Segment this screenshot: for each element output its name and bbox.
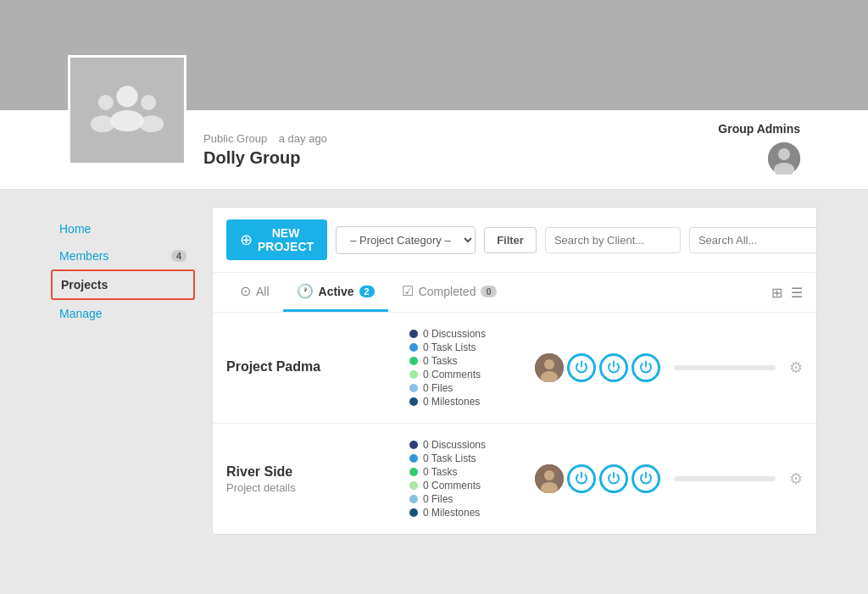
sidebar-item-manage[interactable]: Manage bbox=[51, 300, 195, 327]
dot-files bbox=[409, 384, 418, 392]
project-members-padma bbox=[535, 353, 660, 382]
dot-tasks-r bbox=[409, 468, 418, 476]
group-meta: Public Group a day ago bbox=[203, 132, 336, 145]
svg-point-7 bbox=[778, 148, 790, 160]
dot-discussions-r bbox=[409, 441, 418, 449]
group-info: Public Group a day ago Dolly Group bbox=[203, 120, 336, 180]
stat-label-tasks: 0 Tasks bbox=[423, 355, 457, 367]
active-badge: 2 bbox=[359, 286, 375, 297]
sidebar-item-projects[interactable]: Projects bbox=[51, 269, 195, 300]
project-stats-padma: 0 Discussions 0 Task Lists 0 Tasks bbox=[409, 328, 521, 408]
stat-tasklists: 0 Task Lists bbox=[409, 341, 521, 353]
tab-all[interactable]: ⊙ All bbox=[226, 273, 283, 312]
grid-view-icon[interactable]: ⊞ bbox=[771, 285, 782, 301]
dot-tasklists-r bbox=[409, 454, 418, 463]
group-name: Dolly Group bbox=[203, 148, 336, 168]
category-filter-select[interactable]: – Project Category – bbox=[336, 226, 476, 254]
project-main-padma: Project Padma bbox=[226, 359, 396, 376]
project-progress-padma bbox=[674, 365, 776, 370]
tab-active-label: Active bbox=[319, 285, 354, 298]
project-title-padma: Project Padma bbox=[226, 359, 396, 375]
sidebar-label-members: Members bbox=[59, 249, 108, 263]
dot-milestones-r bbox=[409, 508, 418, 517]
svg-point-4 bbox=[141, 95, 156, 110]
completed-badge: 0 bbox=[481, 286, 496, 297]
stat-tasks-r: 0 Tasks bbox=[409, 466, 521, 478]
search-client-input[interactable] bbox=[545, 227, 681, 253]
stat-tasks: 0 Tasks bbox=[409, 355, 521, 367]
dot-comments bbox=[409, 370, 418, 379]
sidebar-item-members[interactable]: Members 4 bbox=[51, 242, 195, 269]
stat-label-files: 0 Files bbox=[423, 382, 453, 394]
power-button-1[interactable] bbox=[567, 353, 596, 382]
sidebar-label-manage: Manage bbox=[59, 307, 103, 320]
svg-point-2 bbox=[98, 95, 114, 110]
sidebar-label-projects: Projects bbox=[61, 278, 108, 291]
stat-label-tasks-r: 0 Tasks bbox=[423, 466, 457, 478]
all-icon: ⊙ bbox=[240, 283, 251, 299]
power-button-r2[interactable] bbox=[599, 464, 628, 493]
tab-all-label: All bbox=[256, 285, 270, 298]
search-all-input[interactable] bbox=[689, 227, 817, 253]
sidebar-item-home[interactable]: Home bbox=[51, 215, 195, 242]
list-view-icon[interactable]: ☰ bbox=[791, 285, 803, 301]
table-row: Project Padma 0 Discussions 0 Task Lists bbox=[213, 313, 816, 424]
stat-label-milestones-r: 0 Milestones bbox=[423, 507, 480, 519]
progress-bar bbox=[674, 365, 776, 370]
power-button-3[interactable] bbox=[632, 353, 660, 382]
stat-label-comments-r: 0 Comments bbox=[423, 480, 481, 491]
stat-label-files-r: 0 Files bbox=[423, 493, 453, 505]
stat-label-tasklists-r: 0 Task Lists bbox=[423, 452, 476, 464]
project-stats-riverside: 0 Discussions 0 Task Lists 0 Tasks bbox=[409, 439, 521, 519]
stat-label-tasklists: 0 Task Lists bbox=[423, 341, 476, 353]
table-row: River Side Project details 0 Discussions… bbox=[213, 424, 816, 534]
dot-comments-r bbox=[409, 481, 418, 490]
new-project-label: NEW PROJECT bbox=[258, 226, 314, 253]
stat-milestones-r: 0 Milestones bbox=[409, 507, 521, 519]
project-progress-riverside bbox=[674, 476, 776, 481]
tabs-right-controls: ⊞ ☰ bbox=[771, 285, 803, 301]
project-subtitle-riverside: Project details bbox=[226, 481, 396, 494]
new-project-button[interactable]: ⊕ NEW PROJECT bbox=[226, 219, 327, 260]
stat-milestones: 0 Milestones bbox=[409, 396, 521, 408]
svg-point-5 bbox=[139, 115, 164, 132]
dot-files-r bbox=[409, 495, 418, 503]
project-main-riverside: River Side Project details bbox=[226, 464, 396, 494]
group-admins-label: Group Admins bbox=[718, 122, 800, 136]
project-settings-padma[interactable]: ⚙ bbox=[789, 358, 803, 377]
clock-icon: 🕐 bbox=[297, 283, 314, 299]
stat-files: 0 Files bbox=[409, 382, 521, 394]
stat-discussions-r: 0 Discussions bbox=[409, 439, 521, 451]
power-button-r1[interactable] bbox=[567, 464, 596, 493]
project-list: Project Padma 0 Discussions 0 Task Lists bbox=[213, 313, 816, 534]
stat-files-r: 0 Files bbox=[409, 493, 521, 505]
dot-tasklists bbox=[409, 343, 418, 352]
member-avatar-2 bbox=[535, 464, 564, 493]
svg-point-16 bbox=[544, 470, 554, 480]
member-avatar-1 bbox=[535, 353, 564, 382]
page-wrapper: Public Group a day ago Dolly Group Group… bbox=[0, 0, 868, 594]
power-button-2[interactable] bbox=[599, 353, 628, 382]
stat-tasklists-r: 0 Task Lists bbox=[409, 452, 521, 464]
stat-comments-r: 0 Comments bbox=[409, 480, 521, 491]
group-header: Public Group a day ago Dolly Group Group… bbox=[0, 110, 868, 190]
dot-discussions bbox=[409, 330, 418, 338]
project-settings-riverside[interactable]: ⚙ bbox=[789, 469, 803, 488]
filter-button[interactable]: Filter bbox=[484, 227, 537, 253]
stat-label-comments: 0 Comments bbox=[423, 369, 481, 380]
stat-comments: 0 Comments bbox=[409, 369, 521, 380]
tab-active[interactable]: 🕐 Active 2 bbox=[283, 273, 388, 312]
projects-panel: ⊕ NEW PROJECT – Project Category – Filte… bbox=[212, 207, 817, 535]
group-time-ago: a day ago bbox=[279, 132, 327, 145]
stat-label-discussions-r: 0 Discussions bbox=[423, 439, 486, 451]
group-admins: Group Admins bbox=[718, 110, 800, 189]
power-button-r3[interactable] bbox=[632, 464, 660, 493]
group-visibility: Public Group bbox=[203, 132, 267, 145]
sidebar: Home Members 4 Projects Manage bbox=[51, 207, 195, 535]
svg-point-3 bbox=[91, 115, 115, 132]
plus-icon: ⊕ bbox=[240, 232, 253, 247]
svg-point-0 bbox=[116, 86, 137, 107]
project-members-riverside bbox=[535, 464, 660, 493]
members-badge: 4 bbox=[171, 250, 186, 262]
tab-completed[interactable]: ☑ Completed 0 bbox=[388, 273, 510, 312]
